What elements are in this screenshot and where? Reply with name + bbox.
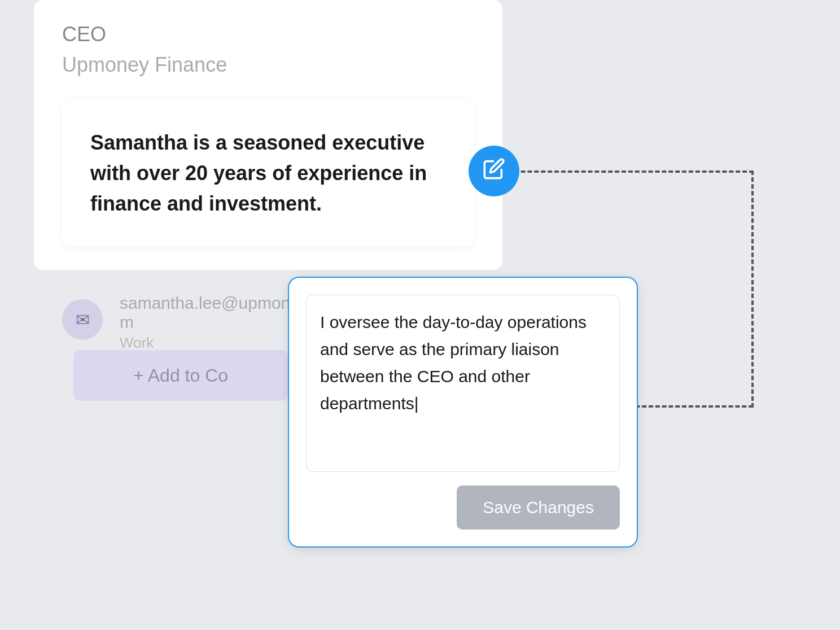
email-icon: ✉	[76, 310, 90, 330]
dashed-line-horizontal	[494, 170, 754, 173]
bio-edit-textarea[interactable]	[320, 309, 606, 456]
edit-icon	[483, 158, 505, 185]
job-title: CEO	[62, 23, 474, 46]
edit-textarea-wrap	[306, 295, 620, 472]
bio-card: Samantha is a seasoned executive with ov…	[62, 99, 474, 247]
add-to-contacts-button[interactable]: + Add to Co	[73, 350, 288, 401]
bio-text: Samantha is a seasoned executive with ov…	[90, 128, 440, 219]
dashed-line-vertical	[751, 170, 754, 408]
save-changes-button[interactable]: Save Changes	[457, 485, 620, 530]
email-icon-wrap: ✉	[62, 299, 103, 340]
edit-bio-button[interactable]	[469, 146, 519, 196]
company-name: Upmoney Finance	[62, 53, 474, 77]
profile-card: CEO Upmoney Finance Samantha is a season…	[34, 0, 502, 270]
edit-popup: Save Changes	[288, 277, 638, 548]
